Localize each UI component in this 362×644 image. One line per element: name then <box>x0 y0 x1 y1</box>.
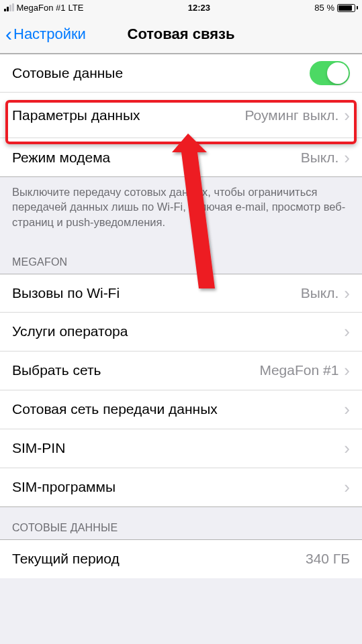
row-value: Выкл. <box>301 150 339 166</box>
row-hotspot[interactable]: Режим модема Выкл. › <box>0 138 362 177</box>
row-label: Сотовые данные <box>12 65 123 81</box>
row-label: Режим модема <box>12 150 110 166</box>
row-value: 340 ГБ <box>306 551 350 567</box>
row-label: SIM-PIN <box>12 440 65 456</box>
row-label: Вызовы по Wi-Fi <box>12 285 120 301</box>
row-label: Текущий период <box>12 551 120 567</box>
row-value: Роуминг выкл. <box>245 107 339 123</box>
row-sim-apps[interactable]: SIM-программы › <box>0 468 362 507</box>
chevron-right-icon: › <box>344 478 350 496</box>
chevron-left-icon: ‹ <box>5 24 12 44</box>
row-data-options[interactable]: Параметры данных Роуминг выкл. › <box>0 93 362 138</box>
row-current-period[interactable]: Текущий период 340 ГБ <box>0 539 362 578</box>
row-cellular-data[interactable]: Сотовые данные <box>0 54 362 93</box>
battery-icon <box>337 4 358 12</box>
row-value: MegaFon #1 <box>259 362 338 378</box>
row-value: Выкл. <box>301 285 339 301</box>
chevron-right-icon: › <box>344 400 350 418</box>
row-label: SIM-программы <box>12 479 116 495</box>
nav-bar: ‹ Настройки Сотовая связь <box>0 15 362 54</box>
status-bar: MegaFon #1 LTE 12:23 85 % <box>0 0 362 15</box>
row-wifi-calling[interactable]: Вызовы по Wi-Fi Выкл. › <box>0 274 362 313</box>
row-label: Услуги оператора <box>12 323 128 339</box>
group-header-megafon: MEGAFON <box>0 241 362 274</box>
back-label: Настройки <box>13 25 86 43</box>
chevron-right-icon: › <box>344 323 350 340</box>
section-footer: Выключите передачу сотовых данных, чтобы… <box>0 177 362 241</box>
row-select-network[interactable]: Выбрать сеть MegaFon #1 › <box>0 352 362 390</box>
chevron-right-icon: › <box>344 107 350 124</box>
row-label: Выбрать сеть <box>12 362 101 378</box>
row-sim-pin[interactable]: SIM-PIN › <box>0 429 362 468</box>
group-header-cellular-data: СОТОВЫЕ ДАННЫЕ <box>0 507 362 539</box>
row-cellular-network[interactable]: Сотовая сеть передачи данных › <box>0 390 362 429</box>
battery-percent: 85 % <box>314 3 334 13</box>
signal-icon <box>4 4 14 11</box>
chevron-right-icon: › <box>344 439 350 457</box>
row-label: Параметры данных <box>12 107 140 123</box>
chevron-right-icon: › <box>344 149 350 166</box>
back-button[interactable]: ‹ Настройки <box>0 24 86 44</box>
chevron-right-icon: › <box>344 284 350 302</box>
toggle-cellular-data[interactable] <box>310 61 350 85</box>
carrier-label: MegaFon #1 <box>17 3 66 13</box>
chevron-right-icon: › <box>344 362 350 379</box>
row-label: Сотовая сеть передачи данных <box>12 401 218 417</box>
status-time: 12:23 <box>188 3 210 13</box>
page-title: Сотовая связь <box>128 25 235 43</box>
network-label: LTE <box>69 3 84 13</box>
row-carrier-services[interactable]: Услуги оператора › <box>0 313 362 352</box>
